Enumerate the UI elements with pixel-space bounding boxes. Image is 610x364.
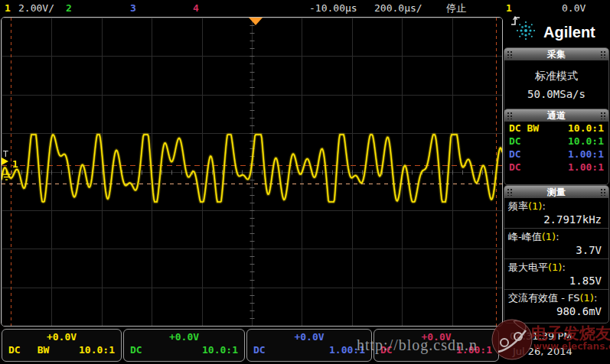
trigger-position-marker-icon[interactable] xyxy=(249,18,263,25)
channel-2-row: DC 10.0:1 xyxy=(504,135,608,148)
elecfans-url: www.elecfans.com xyxy=(533,341,610,352)
measurement-value: 2.7917kHz xyxy=(508,213,605,226)
trigger-level: 0.0V xyxy=(562,2,586,15)
waveform-display xyxy=(1,17,503,327)
measurement-label: 频率 xyxy=(508,200,528,212)
measurement-value: 980.6mV xyxy=(508,305,605,317)
sidebar: Agilent 采集 标准模式 50.0MSa/s 通道 DC BW 10.0:… xyxy=(504,17,610,326)
channel-2-coupling: DC xyxy=(130,344,142,356)
channel-3-offset: +0.0V xyxy=(247,331,371,343)
measurement-source: (1) xyxy=(528,200,542,212)
measurement-value: 1.85V xyxy=(508,275,605,287)
channel-3-coupling: DC xyxy=(509,148,521,160)
channel-1-button[interactable]: 1 xyxy=(5,2,11,15)
measurement-label: 最大电平 xyxy=(508,262,548,273)
brand-name: Agilent xyxy=(543,24,595,41)
scope-graticule-canvas xyxy=(2,18,502,326)
elecfans-watermark: 电子发烧友 www.elecfans.com xyxy=(491,317,610,364)
ground-symbol-icon xyxy=(2,170,11,184)
measurement-label: 交流有效值 - FS xyxy=(508,292,579,304)
channel-2-button[interactable]: 2 xyxy=(66,2,72,15)
acquisition-title: 采集 xyxy=(547,48,566,61)
measurement-frequency: 频率(1): 2.7917kHz xyxy=(504,198,608,229)
channel-3-coupling: DC xyxy=(253,344,266,356)
grip-icon xyxy=(507,188,513,196)
grip-icon xyxy=(507,50,513,58)
channel-1-probe: 10.0:1 xyxy=(79,344,115,356)
channel-1-bw-limit: BW xyxy=(38,344,50,356)
channel-4-row: DC 1.00:1 xyxy=(504,161,608,174)
colon: : xyxy=(562,262,565,273)
measurements-panel: 测量 频率(1): 2.7917kHz 峰-峰值(1): 3.7V 最大电平(1… xyxy=(504,185,609,323)
csdn-watermark: http://blog.csdn.n xyxy=(357,336,478,354)
channel-1-offset: +0.0V xyxy=(2,331,121,343)
channels-header[interactable]: 通道 xyxy=(504,109,608,122)
grip-icon xyxy=(600,188,606,196)
measurements-header[interactable]: 测量 xyxy=(504,186,608,198)
measurement-pkpk: 峰-峰值(1): 3.7V xyxy=(504,229,608,259)
colon: : xyxy=(594,292,597,304)
agilent-logo-icon xyxy=(514,19,537,45)
channel-3-row: DC 1.00:1 xyxy=(504,148,608,161)
measurement-source: (1) xyxy=(548,262,562,273)
channel-1-ground-label: 1 xyxy=(12,158,18,170)
measurement-value: 3.7V xyxy=(508,244,605,256)
measurement-acrms: 交流有效值 - FS(1): 980.6mV xyxy=(504,290,608,320)
channel-1-status-box[interactable]: +0.0V DC BW 10.0:1 xyxy=(2,329,122,362)
grip-icon xyxy=(600,50,606,58)
horizontal-delay: -10.00µs xyxy=(309,2,357,15)
channel-3-button[interactable]: 3 xyxy=(130,2,136,15)
channel-2-coupling: DC xyxy=(509,135,521,147)
channel-1-probe: 10.0:1 xyxy=(568,122,604,134)
channel-3-probe: 1.00:1 xyxy=(568,148,604,160)
measurement-source: (1) xyxy=(542,231,556,242)
measurement-label: 峰-峰值 xyxy=(508,231,542,242)
oscilloscope-screen: 1 2.00V/ 2 3 4 -10.00µs 200.0µs/ 停止 1 0.… xyxy=(0,0,610,364)
colon: : xyxy=(556,231,559,242)
channel-4-coupling: DC xyxy=(509,161,521,173)
channel-1-coupling: DC xyxy=(8,344,21,356)
measurements-title: 测量 xyxy=(547,186,566,199)
trigger-source: 1 xyxy=(506,2,512,15)
elecfans-logo-icon xyxy=(491,318,533,364)
run-state-label: 停止 xyxy=(446,2,466,15)
channel-1-coupling: DC BW xyxy=(509,122,539,134)
top-status-bar: 1 2.00V/ 2 3 4 -10.00µs 200.0µs/ 停止 1 0.… xyxy=(0,0,610,17)
trigger-level-marker-icon[interactable] xyxy=(2,158,8,165)
acquisition-header[interactable]: 采集 xyxy=(504,48,608,60)
sample-rate: 50.0MSa/s xyxy=(504,88,608,100)
timebase-scale: 200.0µs/ xyxy=(374,2,422,15)
channel-2-probe: 10.0:1 xyxy=(202,344,238,356)
channel-2-offset: +0.0V xyxy=(124,331,244,343)
channels-panel: 通道 DC BW 10.0:1 DC 10.0:1 DC 1.00:1 DC 1… xyxy=(504,109,609,185)
measurement-max: 最大电平(1): 1.85V xyxy=(504,259,608,290)
channel-3-status-box[interactable]: +0.0V DC 1.00:1 xyxy=(246,329,372,362)
grip-icon xyxy=(600,112,606,119)
channel-2-probe: 10.0:1 xyxy=(568,135,604,147)
brand-panel: Agilent xyxy=(504,18,609,47)
acquisition-mode: 标准模式 xyxy=(504,70,608,83)
grip-icon xyxy=(507,112,513,119)
channels-title: 通道 xyxy=(547,109,566,122)
colon: : xyxy=(542,200,545,212)
channel-1-row: DC BW 10.0:1 xyxy=(504,122,608,135)
measurement-source: (1) xyxy=(579,292,593,304)
channel-1-scale: 2.00V/ xyxy=(18,2,54,15)
channel-4-probe: 1.00:1 xyxy=(568,161,604,173)
channel-2-status-box[interactable]: +0.0V DC 10.0:1 xyxy=(123,329,245,362)
channel-4-button[interactable]: 4 xyxy=(193,2,199,15)
